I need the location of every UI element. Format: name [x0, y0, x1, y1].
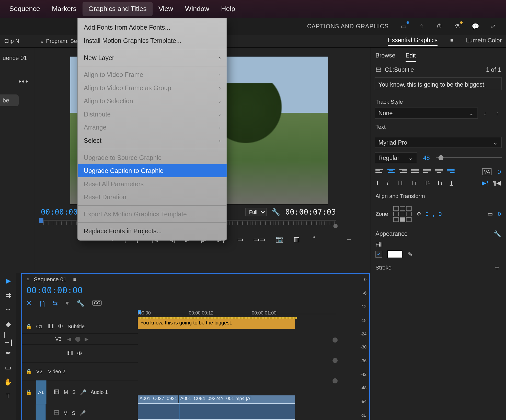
- menu-item-add-fonts-from-adobe-fonts[interactable]: Add Fonts from Adobe Fonts...: [78, 21, 226, 34]
- playhead-line[interactable]: [179, 395, 179, 420]
- timecode-left[interactable]: 00:00:00:: [41, 207, 82, 216]
- menu-window[interactable]: Window: [179, 2, 215, 16]
- faux-italic-icon[interactable]: T: [386, 179, 389, 186]
- kerning-value[interactable]: 0: [498, 168, 501, 175]
- hand-tool-icon[interactable]: ✋: [4, 378, 12, 386]
- timeline-settings-icon[interactable]: 🔧: [76, 299, 85, 307]
- selection-tool-icon[interactable]: ▶: [4, 276, 12, 285]
- video-clip-2[interactable]: A001_C064_09224Y_001.mp4 [A]: [179, 395, 295, 403]
- mute-icon[interactable]: M: [64, 389, 68, 395]
- track-a2-id[interactable]: [36, 404, 46, 420]
- caption-text-box[interactable]: You know, this is going to be the bigges…: [375, 77, 502, 90]
- lock-icon[interactable]: 🔒: [26, 323, 32, 329]
- eye-icon[interactable]: 👁: [58, 323, 63, 330]
- record-icon[interactable]: 🎤: [80, 389, 86, 395]
- tab-essential-graphics[interactable]: Essential Graphics: [388, 36, 438, 46]
- video-clip-1[interactable]: A001_C037_0921: [138, 395, 178, 403]
- fill-checkbox[interactable]: [375, 251, 382, 258]
- align-justify-last-center-icon[interactable]: [435, 169, 443, 175]
- subscript-icon[interactable]: T₁: [437, 179, 443, 186]
- all-caps-icon[interactable]: TT: [396, 179, 404, 186]
- up-arrow-icon[interactable]: ↑: [492, 108, 502, 118]
- font-size-value[interactable]: 48: [421, 154, 433, 161]
- lift-icon[interactable]: ▭: [237, 236, 243, 243]
- export-icon[interactable]: ⇧: [418, 22, 426, 31]
- menu-help[interactable]: Help: [215, 2, 241, 16]
- type-tool-icon[interactable]: T: [4, 392, 12, 400]
- track-area[interactable]: You know, this is going to be the bigges…: [138, 319, 340, 420]
- slip-tool-icon[interactable]: |↔|: [4, 334, 12, 343]
- pos-x[interactable]: 0: [425, 211, 429, 217]
- font-weight-select[interactable]: Regular⌄: [375, 152, 417, 163]
- audio-icon[interactable]: 🎞: [54, 410, 59, 416]
- close-timeline-icon[interactable]: ×: [26, 276, 30, 283]
- font-size-slider[interactable]: [436, 157, 502, 158]
- beaker-icon[interactable]: ⚗: [453, 22, 462, 31]
- sequence-name[interactable]: uence 01: [0, 53, 34, 63]
- solo-icon[interactable]: S: [72, 410, 75, 416]
- menu-item-upgrade-caption-to-graphic[interactable]: Upgrade Caption to Graphic: [78, 164, 226, 177]
- align-right-icon[interactable]: [399, 169, 407, 175]
- menu-markers[interactable]: Markers: [46, 2, 83, 16]
- keyframe-dot[interactable]: [332, 378, 338, 383]
- pen-tool-icon[interactable]: ✒: [4, 348, 12, 357]
- appearance-settings-icon[interactable]: 🔧: [494, 230, 501, 237]
- workspaces-icon[interactable]: ▭: [400, 22, 408, 31]
- panel-menu-icon[interactable]: ≡: [450, 37, 453, 43]
- down-arrow-icon[interactable]: ↓: [480, 108, 490, 118]
- track-a1-id[interactable]: A1: [36, 380, 46, 404]
- font-select[interactable]: Myriad Pro⌄: [375, 137, 502, 148]
- track-v2-id[interactable]: V2: [36, 368, 44, 374]
- menu-item-new-layer[interactable]: New Layer›: [78, 51, 226, 64]
- zoom-select[interactable]: Full: [245, 208, 267, 216]
- fill-color-swatch[interactable]: [387, 250, 403, 258]
- film-icon[interactable]: 🎞: [48, 323, 54, 330]
- align-justify-icon[interactable]: [411, 169, 419, 175]
- eg-tab-edit[interactable]: Edit: [406, 52, 416, 62]
- lock-icon[interactable]: 🔒: [26, 368, 32, 374]
- prev-icon[interactable]: ◀: [67, 336, 71, 342]
- chat-icon[interactable]: 💬: [471, 22, 480, 31]
- menu-item-select[interactable]: Select›: [78, 134, 226, 147]
- record-icon[interactable]: 🎤: [79, 410, 86, 416]
- bin-chip[interactable]: be: [0, 94, 19, 106]
- keyframe-dot[interactable]: [332, 358, 338, 363]
- fullscreen-icon[interactable]: ⤢: [489, 22, 497, 31]
- performance-icon[interactable]: ⏱: [435, 22, 444, 31]
- lock-icon[interactable]: 🔒: [26, 389, 32, 395]
- align-justify-last-right-icon[interactable]: [447, 169, 455, 175]
- time-ruler[interactable]: :00:00 00:00:00:12 00:00:01:00: [138, 310, 340, 319]
- film-icon[interactable]: 🎞: [67, 350, 73, 357]
- fill-eyedropper-icon[interactable]: ✎: [408, 251, 413, 258]
- video-clip-body[interactable]: [138, 403, 295, 420]
- more-icon[interactable]: •••: [18, 77, 29, 86]
- settings-icon[interactable]: 🔧: [272, 208, 280, 216]
- extract-icon[interactable]: ▭▭: [253, 236, 265, 243]
- timeline-menu-icon[interactable]: ≡: [73, 276, 76, 282]
- align-justify-last-left-icon[interactable]: [423, 169, 431, 175]
- track-c1-id[interactable]: C1: [36, 323, 44, 329]
- eg-tab-browse[interactable]: Browse: [375, 52, 395, 62]
- menu-graphics-and-titles[interactable]: Graphics and Titles: [83, 2, 153, 16]
- timeline-title[interactable]: Sequence 01: [34, 276, 66, 283]
- captions-toggle-icon[interactable]: CC: [92, 300, 102, 306]
- scale-icon[interactable]: ▭: [488, 211, 493, 217]
- menu-view[interactable]: View: [153, 2, 179, 16]
- magnet-icon[interactable]: ⋂: [40, 299, 45, 307]
- menu-sequence[interactable]: Sequence: [3, 2, 46, 16]
- workspace-label[interactable]: CAPTIONS AND GRAPHICS: [307, 23, 389, 30]
- next-icon[interactable]: ▶: [85, 336, 88, 342]
- mute-icon[interactable]: M: [63, 410, 68, 416]
- crumb-clip[interactable]: Clip N: [4, 38, 38, 44]
- track-v3-id[interactable]: V3: [55, 336, 63, 342]
- audio-icon[interactable]: 🎞: [54, 389, 60, 395]
- kerning-icon[interactable]: VA: [482, 168, 491, 175]
- playhead-handle[interactable]: [39, 218, 43, 223]
- eye-icon[interactable]: 👁: [77, 350, 83, 357]
- add-stroke-icon[interactable]: ＋: [493, 262, 501, 273]
- chevron-icon[interactable]: »: [41, 39, 43, 44]
- snap-icon[interactable]: ✳: [26, 299, 32, 307]
- snapshot-icon[interactable]: 📷: [275, 236, 284, 243]
- ltr-icon[interactable]: ▶¶: [482, 179, 490, 186]
- ripple-edit-tool-icon[interactable]: ↔: [4, 305, 12, 314]
